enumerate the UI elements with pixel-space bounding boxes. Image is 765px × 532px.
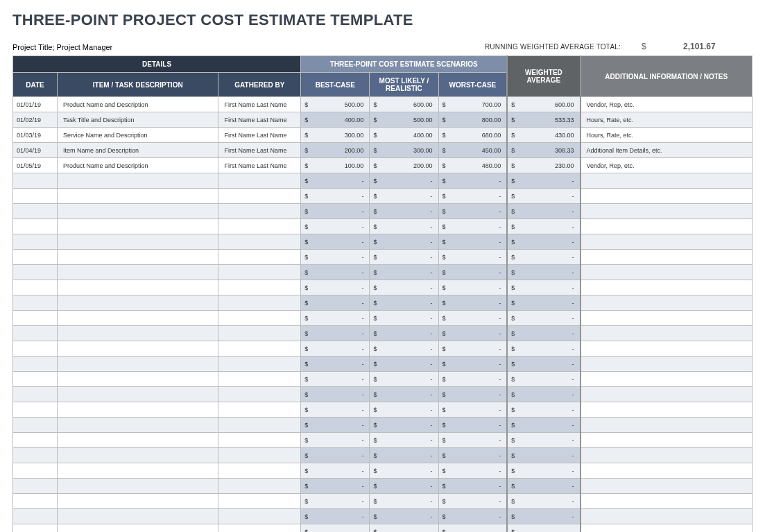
cell-gathered[interactable]: [218, 265, 301, 280]
money-cell[interactable]: $-: [301, 189, 370, 204]
cell-gathered[interactable]: [218, 326, 301, 341]
money-cell[interactable]: $-: [301, 418, 370, 433]
cell-notes[interactable]: [581, 433, 753, 448]
money-cell[interactable]: $200.00: [370, 158, 438, 173]
cell-date[interactable]: [13, 219, 58, 234]
cell-gathered[interactable]: [218, 295, 301, 311]
cell-item[interactable]: [58, 341, 218, 357]
money-cell[interactable]: $-: [438, 173, 507, 189]
cell-date[interactable]: [13, 479, 58, 494]
cell-gathered[interactable]: [218, 448, 301, 463]
cell-gathered[interactable]: [218, 311, 301, 326]
money-cell[interactable]: $-: [301, 524, 370, 533]
cell-date[interactable]: [13, 372, 58, 387]
money-cell[interactable]: $-: [370, 341, 438, 357]
money-cell[interactable]: $-: [301, 280, 370, 295]
money-cell[interactable]: $-: [438, 219, 507, 234]
cell-notes[interactable]: [581, 219, 753, 234]
money-cell[interactable]: $-: [507, 295, 580, 311]
cell-gathered[interactable]: First Name Last Name: [218, 97, 301, 112]
cell-item[interactable]: [58, 372, 218, 387]
money-cell[interactable]: $-: [370, 402, 438, 418]
cell-gathered[interactable]: [218, 494, 301, 509]
cell-gathered[interactable]: First Name Last Name: [218, 128, 301, 143]
money-cell[interactable]: $480.00: [438, 158, 507, 173]
cell-notes[interactable]: Additional Item Details, etc.: [581, 143, 753, 158]
money-cell[interactable]: $-: [370, 524, 438, 533]
money-cell[interactable]: $-: [370, 311, 438, 326]
cell-gathered[interactable]: [218, 341, 301, 357]
money-cell[interactable]: $-: [370, 326, 438, 341]
cell-item[interactable]: [58, 402, 218, 418]
cell-notes[interactable]: [581, 173, 753, 189]
money-cell[interactable]: $-: [507, 509, 580, 524]
cell-notes[interactable]: [581, 448, 753, 463]
cell-notes[interactable]: [581, 494, 753, 509]
cell-gathered[interactable]: [218, 173, 301, 189]
money-cell[interactable]: $-: [438, 479, 507, 494]
money-cell[interactable]: $-: [370, 295, 438, 311]
cell-date[interactable]: [13, 402, 58, 418]
cell-notes[interactable]: Vendor, Rep, etc.: [581, 158, 753, 173]
money-cell[interactable]: $-: [438, 311, 507, 326]
money-cell[interactable]: $600.00: [370, 97, 438, 112]
cell-gathered[interactable]: [218, 250, 301, 265]
cell-notes[interactable]: Hours, Rate, etc.: [581, 128, 753, 143]
cell-item[interactable]: [58, 357, 218, 372]
money-cell[interactable]: $-: [507, 341, 580, 357]
cell-gathered[interactable]: [218, 280, 301, 295]
money-cell[interactable]: $-: [301, 402, 370, 418]
cell-gathered[interactable]: [218, 418, 301, 433]
money-cell[interactable]: $-: [301, 463, 370, 479]
cell-date[interactable]: [13, 234, 58, 250]
cell-gathered[interactable]: [218, 402, 301, 418]
cell-item[interactable]: [58, 280, 218, 295]
money-cell[interactable]: $100.00: [301, 158, 370, 173]
money-cell[interactable]: $-: [370, 433, 438, 448]
cell-notes[interactable]: [581, 311, 753, 326]
money-cell[interactable]: $-: [438, 402, 507, 418]
money-cell[interactable]: $-: [507, 479, 580, 494]
money-cell[interactable]: $700.00: [438, 97, 507, 112]
cell-gathered[interactable]: [218, 433, 301, 448]
cell-notes[interactable]: [581, 280, 753, 295]
money-cell[interactable]: $-: [370, 265, 438, 280]
money-cell[interactable]: $-: [370, 509, 438, 524]
cell-item[interactable]: [58, 479, 218, 494]
money-cell[interactable]: $430.00: [507, 128, 580, 143]
money-cell[interactable]: $-: [438, 326, 507, 341]
cell-notes[interactable]: Hours, Rate, etc.: [581, 112, 753, 128]
money-cell[interactable]: $-: [301, 341, 370, 357]
cell-item[interactable]: Product Name and Description: [58, 158, 218, 173]
money-cell[interactable]: $-: [438, 204, 507, 219]
cell-date[interactable]: [13, 494, 58, 509]
cell-gathered[interactable]: [218, 357, 301, 372]
cell-notes[interactable]: [581, 189, 753, 204]
money-cell[interactable]: $-: [507, 387, 580, 402]
money-cell[interactable]: $-: [438, 418, 507, 433]
cell-item[interactable]: [58, 524, 218, 533]
cell-gathered[interactable]: [218, 189, 301, 204]
cell-gathered[interactable]: [218, 219, 301, 234]
cell-notes[interactable]: Vendor, Rep, etc.: [581, 97, 753, 112]
cell-date[interactable]: [13, 311, 58, 326]
money-cell[interactable]: $400.00: [370, 128, 438, 143]
cell-item[interactable]: [58, 189, 218, 204]
money-cell[interactable]: $-: [507, 311, 580, 326]
money-cell[interactable]: $300.00: [370, 143, 438, 158]
money-cell[interactable]: $-: [507, 357, 580, 372]
cell-date[interactable]: [13, 418, 58, 433]
cell-gathered[interactable]: First Name Last Name: [218, 158, 301, 173]
money-cell[interactable]: $-: [438, 448, 507, 463]
money-cell[interactable]: $-: [507, 448, 580, 463]
cell-item[interactable]: [58, 448, 218, 463]
money-cell[interactable]: $-: [370, 418, 438, 433]
money-cell[interactable]: $-: [301, 311, 370, 326]
money-cell[interactable]: $-: [438, 250, 507, 265]
money-cell[interactable]: $-: [370, 372, 438, 387]
money-cell[interactable]: $680.00: [438, 128, 507, 143]
money-cell[interactable]: $-: [301, 479, 370, 494]
cell-item[interactable]: [58, 463, 218, 479]
money-cell[interactable]: $-: [507, 433, 580, 448]
money-cell[interactable]: $-: [438, 189, 507, 204]
